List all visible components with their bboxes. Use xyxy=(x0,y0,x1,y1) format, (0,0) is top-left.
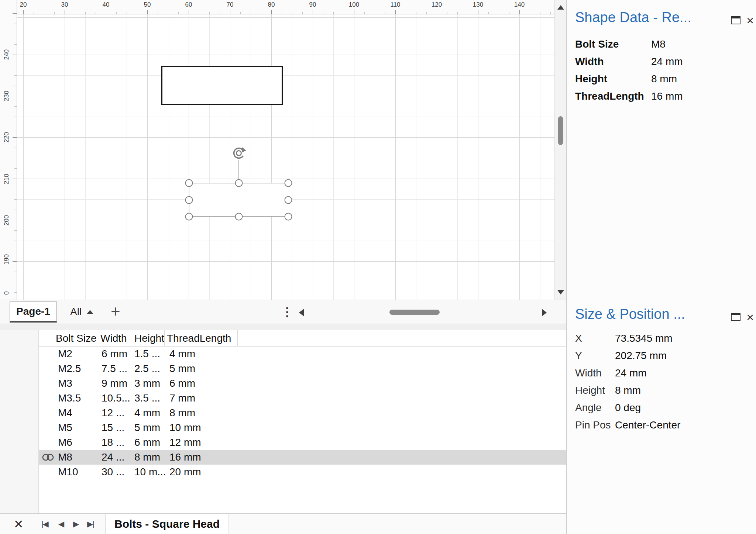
link-icon xyxy=(42,452,54,465)
selection-handle[interactable] xyxy=(285,196,292,204)
visio-window: 240 230 220 210 200 190 0 20 30 40 50 60… xyxy=(0,0,756,534)
tab-bolts-square-head[interactable]: Bolts - Square Head xyxy=(105,514,229,534)
close-pane-icon[interactable]: × xyxy=(746,14,754,27)
size-position-row: Height 8 mm xyxy=(575,382,753,399)
selection-handle[interactable] xyxy=(185,213,193,221)
overflow-menu-button[interactable]: ⋮ xyxy=(281,300,293,324)
property-label: Width xyxy=(575,53,604,70)
table-row[interactable]: M6 18 ... 6 mm 12 mm xyxy=(39,435,566,450)
cell-height: 4 mm xyxy=(134,406,160,420)
cell-bolt-size: M5 xyxy=(58,420,72,435)
close-external-data-button[interactable]: × xyxy=(14,514,23,534)
canvas-vertical-scrollbar[interactable] xyxy=(554,0,566,300)
column-header[interactable]: ThreadLength xyxy=(165,330,238,347)
ruler-label: 50 xyxy=(144,1,151,8)
cell-bolt-size: M3.5 xyxy=(58,391,81,406)
drawing-canvas[interactable] xyxy=(17,14,554,300)
size-position-row: Pin Pos Center-Center xyxy=(575,417,753,434)
selection-handle[interactable] xyxy=(185,179,193,187)
ruler-label: 120 xyxy=(432,1,442,8)
cell-width: 7.5 ... xyxy=(102,361,127,376)
property-value[interactable]: 8 mm xyxy=(651,70,677,87)
ruler-label: 230 xyxy=(3,91,10,101)
cell-width: 18 ... xyxy=(102,435,124,450)
property-value[interactable]: 24 mm xyxy=(651,53,683,70)
ruler-label: 40 xyxy=(103,1,110,8)
cell-bolt-size: M3 xyxy=(58,376,72,391)
previous-record-button[interactable]: ◀ xyxy=(58,514,63,534)
cell-bolt-size: M6 xyxy=(58,435,72,450)
ruler-label: 200 xyxy=(3,215,10,225)
table-row[interactable]: M10 30 ... 10 m... 20 mm xyxy=(39,465,566,479)
shape-data-row: Height 8 mm xyxy=(575,70,753,87)
property-label: Angle xyxy=(575,399,602,416)
property-value[interactable]: 73.5345 mm xyxy=(615,330,673,347)
next-record-button[interactable]: ▶ xyxy=(73,514,78,534)
property-value[interactable]: 16 mm xyxy=(651,88,683,105)
shape-data-row: Width 24 mm xyxy=(575,53,753,70)
page-selector-label: All xyxy=(70,306,82,318)
shape-data-panel-title: Shape Data - Re... xyxy=(575,10,691,25)
cell-height: 3 mm xyxy=(134,376,160,391)
property-value[interactable]: 0 deg xyxy=(615,399,641,416)
external-data-table: Bolt Size Width Height ThreadLength M2 6… xyxy=(38,330,566,513)
table-row[interactable]: M2.5 7.5 ... 2.5 ... 5 mm xyxy=(39,361,566,376)
scroll-left-icon[interactable] xyxy=(299,309,304,316)
rectangle-shape[interactable] xyxy=(161,66,283,105)
table-row[interactable]: M5 15 ... 5 mm 10 mm xyxy=(39,420,566,435)
ruler-label: 60 xyxy=(185,1,192,8)
property-value[interactable]: 202.75 mm xyxy=(615,347,667,364)
overflow-icon: ⋮ xyxy=(281,305,293,319)
selection-handle[interactable] xyxy=(185,196,193,204)
selection-handle[interactable] xyxy=(235,213,243,221)
column-header[interactable]: Bolt Size xyxy=(54,330,98,347)
cell-bolt-size: M2 xyxy=(58,347,72,361)
table-row[interactable]: M3 9 mm 3 mm 6 mm xyxy=(39,376,566,391)
selection-handle[interactable] xyxy=(285,179,292,187)
ruler-label: 240 xyxy=(3,49,10,60)
property-label: Height xyxy=(575,382,605,399)
property-label: ThreadLength xyxy=(575,88,644,105)
ruler-label: 80 xyxy=(268,1,275,8)
cell-height: 8 mm xyxy=(134,450,160,465)
size-position-row: Y 202.75 mm xyxy=(575,347,753,364)
cell-height: 10 m... xyxy=(134,465,166,479)
cell-thread-length: 20 mm xyxy=(169,465,201,479)
close-pane-icon[interactable]: × xyxy=(746,311,754,323)
column-header[interactable]: Width xyxy=(98,330,132,347)
rotation-handle[interactable] xyxy=(231,145,247,161)
property-value[interactable]: M8 xyxy=(651,36,666,53)
property-value[interactable]: 8 mm xyxy=(615,382,641,399)
first-record-button[interactable]: |◀ xyxy=(41,514,48,534)
column-header[interactable]: Height xyxy=(132,330,165,347)
ruler-label: 220 xyxy=(3,132,10,142)
tab-page-1[interactable]: Page-1 xyxy=(10,302,57,323)
last-record-button[interactable]: ▶| xyxy=(87,514,94,534)
ruler-label: 20 xyxy=(20,1,27,8)
ruler-label: 30 xyxy=(61,1,68,8)
selection-handle[interactable] xyxy=(235,179,243,187)
float-pane-icon[interactable] xyxy=(731,313,740,321)
horizontal-scrollbar-thumb[interactable] xyxy=(389,310,440,315)
table-row[interactable]: M2 6 mm 1.5 ... 4 mm xyxy=(39,347,566,361)
scroll-up-icon[interactable] xyxy=(557,5,564,10)
table-row[interactable]: M4 12 ... 4 mm 8 mm xyxy=(39,406,566,420)
vertical-scrollbar-thumb[interactable] xyxy=(558,116,563,145)
table-row[interactable]: M3.5 10.5... 3.5 ... 7 mm xyxy=(39,391,566,406)
scroll-down-icon[interactable] xyxy=(557,290,564,294)
size-position-row: Angle 0 deg xyxy=(575,399,753,416)
selected-shape[interactable] xyxy=(189,183,288,217)
add-page-button[interactable]: + xyxy=(111,300,120,323)
scroll-right-icon[interactable] xyxy=(542,309,547,316)
table-row[interactable]: M8 24 ... 8 mm 16 mm xyxy=(39,450,566,465)
property-value[interactable]: Center-Center xyxy=(615,417,680,434)
float-pane-icon[interactable] xyxy=(731,16,740,24)
page-selector-dropdown[interactable]: All xyxy=(70,300,93,324)
external-data-header: Bolt Size Width Height ThreadLength xyxy=(39,330,566,347)
cell-width: 9 mm xyxy=(102,376,127,391)
page-tab-label: Page-1 xyxy=(16,306,50,317)
cell-width: 30 ... xyxy=(102,465,124,479)
property-value[interactable]: 24 mm xyxy=(615,365,647,382)
selection-handle[interactable] xyxy=(285,213,292,221)
ruler-label: 210 xyxy=(3,174,10,184)
